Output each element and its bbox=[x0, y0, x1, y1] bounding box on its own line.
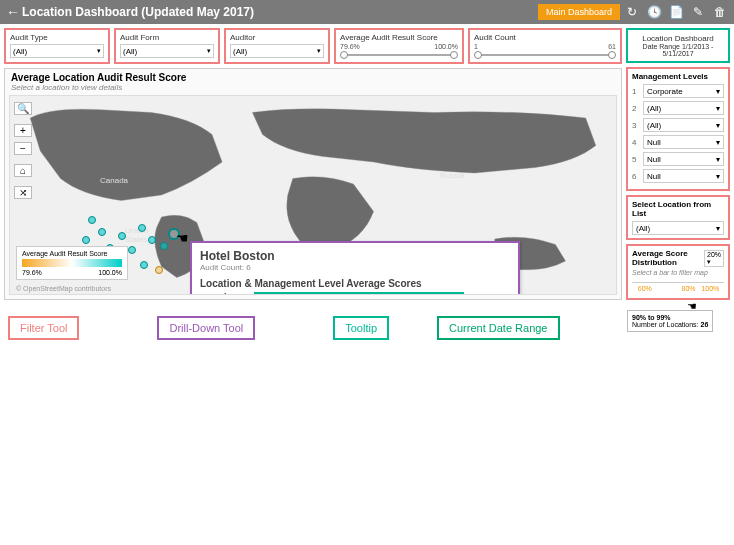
filter-label: Audit Form bbox=[120, 33, 214, 42]
dist-xlabel: 60% bbox=[638, 285, 652, 292]
select-location-dropdown[interactable]: (All) ▾ bbox=[632, 221, 724, 235]
select-value: Null bbox=[647, 155, 661, 164]
map-zoom-in[interactable]: + bbox=[14, 124, 32, 137]
avg-score-slider[interactable] bbox=[340, 51, 458, 59]
mgmt-level-number: 2 bbox=[632, 104, 640, 113]
distribution-box: Average Score Distribution 20% ▾ Select … bbox=[626, 244, 730, 300]
map-marker[interactable] bbox=[140, 261, 148, 269]
map-marker[interactable] bbox=[88, 216, 96, 224]
date-range-box: Location Dashboard Date Range 1/1/2013 -… bbox=[626, 28, 730, 63]
range-max: 61 bbox=[608, 43, 616, 50]
mgmt-level-select[interactable]: (All)▾ bbox=[643, 101, 724, 115]
map-marker-selected[interactable] bbox=[168, 228, 180, 240]
slider-handle-max[interactable] bbox=[450, 51, 458, 59]
map-title: Average Location Audit Result Score bbox=[5, 69, 621, 83]
mgmt-level-select[interactable]: Null▾ bbox=[643, 169, 724, 183]
chevron-down-icon: ▾ bbox=[97, 47, 101, 55]
refresh-icon[interactable]: ↻ bbox=[622, 2, 642, 22]
tooltip-score-row: Location: (96.0%) bbox=[200, 292, 510, 295]
main-dashboard-button[interactable]: Main Dashboard bbox=[538, 4, 620, 20]
legend-max: 100.0% bbox=[98, 269, 122, 276]
slider-handle-min[interactable] bbox=[340, 51, 348, 59]
filter-audit-type: Audit Type (All) ▾ bbox=[4, 28, 110, 64]
trash-icon[interactable]: 🗑 bbox=[710, 2, 730, 22]
audit-type-select[interactable]: (All) ▾ bbox=[10, 44, 104, 58]
filter-audit-form: Audit Form (All) ▾ bbox=[114, 28, 220, 64]
select-value: (All) bbox=[647, 121, 661, 130]
filter-label: Average Audit Result Score bbox=[340, 33, 458, 42]
mgmt-row: 1 Corporate▾ bbox=[632, 84, 724, 98]
distribution-title: Average Score Distribution bbox=[632, 249, 704, 267]
distribution-tooltip: 90% to 99% Number of Locations: 26 bbox=[627, 310, 713, 332]
mgmt-row: 5 Null▾ bbox=[632, 152, 724, 166]
distribution-bucket-select[interactable]: 20% ▾ bbox=[704, 250, 724, 267]
map-marker[interactable] bbox=[82, 236, 90, 244]
range-max: 100.0% bbox=[434, 43, 458, 50]
select-value: (All) bbox=[233, 47, 247, 56]
file-icon[interactable]: 📄 bbox=[666, 2, 686, 22]
map-pan-icon[interactable]: ⤨ bbox=[14, 186, 32, 199]
mgmt-row: 4 Null▾ bbox=[632, 135, 724, 149]
map-marker[interactable] bbox=[155, 266, 163, 274]
annotation-daterange: Current Date Range bbox=[437, 316, 559, 340]
mgmt-row: 3 (All)▾ bbox=[632, 118, 724, 132]
map-label-russia: Russia bbox=[440, 171, 464, 180]
tooltip-row-value: (96.0%) bbox=[470, 293, 498, 296]
slider-handle-max[interactable] bbox=[608, 51, 616, 59]
auditor-select[interactable]: (All) ▾ bbox=[230, 44, 324, 58]
filter-label: Audit Type bbox=[10, 33, 104, 42]
map-marker[interactable] bbox=[138, 224, 146, 232]
map-search-icon[interactable]: 🔍 bbox=[14, 102, 32, 115]
filter-label: Auditor bbox=[230, 33, 324, 42]
select-value: Null bbox=[647, 138, 661, 147]
select-value: Null bbox=[647, 172, 661, 181]
dist-tooltip-label: Number of Locations: bbox=[632, 321, 699, 328]
dist-tooltip-range: 90% to 99% bbox=[632, 314, 671, 321]
header-bar: ← Location Dashboard (Updated May 2017) … bbox=[0, 0, 734, 24]
select-location-box: Select Location from List (All) ▾ bbox=[626, 195, 730, 240]
map-marker[interactable] bbox=[148, 236, 156, 244]
map-panel: Average Location Audit Result Score Sele… bbox=[4, 68, 622, 300]
distribution-chart: ☚ 90% to 99% Number of Locations: 26 60%… bbox=[632, 282, 724, 283]
map-marker[interactable] bbox=[118, 232, 126, 240]
select-value: (All) bbox=[123, 47, 137, 56]
tooltip-audit-count: Audit Count: 6 bbox=[200, 263, 510, 272]
date-range-value: Date Range 1/1/2013 - 5/11/2017 bbox=[632, 43, 724, 57]
dist-xlabel: 100% bbox=[701, 285, 719, 292]
slider-handle-min[interactable] bbox=[474, 51, 482, 59]
mgmt-level-select[interactable]: Null▾ bbox=[643, 152, 724, 166]
back-arrow-icon[interactable]: ← bbox=[4, 4, 22, 20]
chevron-down-icon: ▾ bbox=[207, 47, 211, 55]
map-marker[interactable] bbox=[98, 228, 106, 236]
mgmt-level-number: 1 bbox=[632, 87, 640, 96]
annotation-filter: Filter Tool bbox=[8, 316, 79, 340]
map-area[interactable]: 🔍 + − ⌂ ⤨ Canada United States Russia bbox=[9, 95, 617, 295]
mgmt-level-number: 4 bbox=[632, 138, 640, 147]
clock-icon[interactable]: 🕓 bbox=[644, 2, 664, 22]
legend-title: Average Audit Result Score bbox=[22, 250, 122, 257]
chevron-down-icon: ▾ bbox=[716, 104, 720, 113]
mgmt-level-select[interactable]: Null▾ bbox=[643, 135, 724, 149]
chevron-down-icon: ▾ bbox=[716, 121, 720, 130]
map-legend: Average Audit Result Score 79.6% 100.0% bbox=[16, 246, 128, 280]
date-range-title: Location Dashboard bbox=[632, 34, 724, 43]
audit-count-slider[interactable] bbox=[474, 51, 616, 59]
map-marker[interactable] bbox=[128, 246, 136, 254]
chevron-down-icon: ▾ bbox=[716, 138, 720, 147]
mgmt-level-select[interactable]: (All)▾ bbox=[643, 118, 724, 132]
map-marker[interactable] bbox=[160, 242, 168, 250]
management-levels-box: Management Levels 1 Corporate▾2 (All)▾3 … bbox=[626, 67, 730, 191]
mgmt-level-select[interactable]: Corporate▾ bbox=[643, 84, 724, 98]
mgmt-row: 2 (All)▾ bbox=[632, 101, 724, 115]
audit-form-select[interactable]: (All) ▾ bbox=[120, 44, 214, 58]
map-zoom-out[interactable]: − bbox=[14, 142, 32, 155]
tooltip-row-bar bbox=[254, 292, 464, 295]
mgmt-row: 6 Null▾ bbox=[632, 169, 724, 183]
map-home-icon[interactable]: ⌂ bbox=[14, 164, 32, 177]
chevron-down-icon: ▾ bbox=[317, 47, 321, 55]
dist-xlabel: 80% bbox=[681, 285, 695, 292]
dist-tooltip-count: 26 bbox=[701, 321, 709, 328]
page-title: Location Dashboard (Updated May 2017) bbox=[22, 5, 538, 19]
edit-icon[interactable]: ✎ bbox=[688, 2, 708, 22]
select-value: (All) bbox=[647, 104, 661, 113]
